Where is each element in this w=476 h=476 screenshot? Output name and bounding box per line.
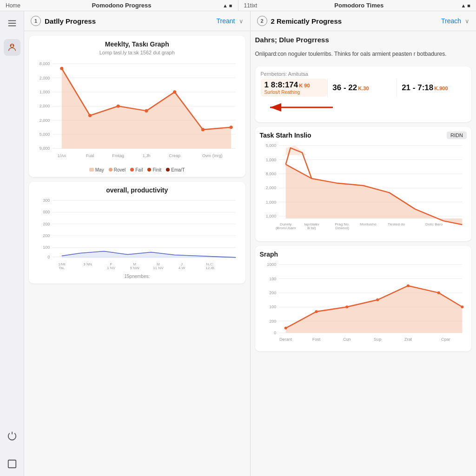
svg-text:4.W: 4.W: [178, 266, 185, 270]
stat-klabel-3: K.900: [434, 86, 448, 91]
svg-text:11 NV: 11 NV: [153, 266, 164, 270]
svg-text:Creap: Creap: [169, 153, 180, 158]
svg-point-102: [376, 298, 379, 301]
left-status-bar: Home Pomodono Progress ▲ ■: [0, 0, 238, 11]
stat-sub-1: Surlos/t Reathing: [264, 90, 324, 95]
svg-text:1,000: 1,000: [40, 90, 50, 94]
svg-text:Derant: Derant: [279, 337, 292, 342]
task-chart-btn[interactable]: RIDN: [447, 132, 467, 139]
left-panel-header: 1 Datlly Progress Treant ∨: [24, 11, 250, 31]
svg-text:Tiested do: Tiested do: [387, 222, 405, 226]
left-circle-num: 1: [31, 16, 41, 26]
stat-item-3: 21 - 7:18 K.900: [397, 81, 466, 94]
svg-text:1/An: 1/An: [57, 153, 66, 158]
square-icon[interactable]: [4, 456, 20, 472]
right-title: Pomodoro Times: [334, 2, 383, 9]
svg-text:3 NN: 3 NN: [83, 262, 92, 266]
svg-text:Cpar: Cpar: [441, 337, 450, 342]
svg-text:5,000: 5,000: [265, 143, 276, 148]
stats-label: Pernbetors: Amitutsa: [261, 71, 466, 77]
productivity-chart-svg: 300 000 200 200 100 0 1/Ml TaL 3 NN F: [33, 196, 241, 271]
sraph-chart-title: Sraph: [260, 251, 467, 258]
svg-point-22: [60, 67, 63, 70]
menu-icon[interactable]: [4, 15, 20, 32]
svg-point-5: [13, 45, 13, 46]
legend-emat: Ema/T: [166, 167, 185, 172]
right-panel-header: 2 2 Remicatly Progress Treach ∨: [251, 11, 476, 31]
svg-point-105: [461, 306, 463, 309]
svg-text:200: 200: [43, 222, 50, 226]
avatar-icon[interactable]: [4, 39, 20, 56]
left-header-action[interactable]: Treant: [217, 17, 235, 25]
svg-text:8,000: 8,000: [40, 61, 50, 66]
svg-text:Fmtag: Fmtag: [112, 153, 124, 158]
svg-text:1,Jh: 1,Jh: [142, 153, 150, 158]
task-chart-card: Task Starh Inslio RIDN 5,000 1,000: [255, 127, 472, 242]
sraph-chart-svg: 1000 100 200 100 200 0: [260, 260, 467, 344]
svg-text:Cun: Cun: [343, 337, 350, 342]
svg-text:200: 200: [43, 233, 50, 238]
right-panel-content: Dahrs; Dlue Progrress Onlipard:con nogul…: [251, 31, 476, 476]
left-chevron-icon[interactable]: ∨: [239, 18, 244, 25]
sidebar: [0, 11, 24, 476]
svg-text:TaL: TaL: [59, 266, 65, 270]
svg-text:200: 200: [269, 291, 276, 295]
svg-point-99: [284, 327, 287, 330]
legend-fail: Fail: [130, 167, 143, 172]
stat-item-1: 1 8:8:174 K 90 Surlos/t Reathing: [261, 79, 328, 97]
svg-point-104: [437, 291, 440, 294]
left-title: Pomodono Progress: [92, 2, 152, 9]
weekly-chart-svg: 8,000 2,000 1,000 2,000 2,000 5,000 9,00…: [33, 59, 241, 163]
svg-text:Fost: Fost: [312, 337, 320, 342]
arrow-annotation: [261, 99, 466, 116]
stat-value-3: 21 - 7:18: [402, 83, 433, 93]
svg-point-100: [315, 311, 317, 313]
svg-marker-21: [62, 68, 231, 148]
stat-main-1: 1 8:8:174 K 90: [264, 80, 324, 90]
stats-row: 1 8:8:174 K 90 Surlos/t Reathing 36 - 22…: [261, 79, 466, 97]
svg-text:B fal): B fal): [307, 226, 316, 230]
stat-main-3: 21 - 7:18 K.900: [402, 83, 461, 93]
svg-point-4: [10, 45, 11, 46]
svg-text:100: 100: [43, 245, 50, 250]
stat-item-2: 36 - 22 K.30: [328, 81, 397, 94]
weekly-chart-legend: May Rovel Fail Finit: [33, 167, 241, 172]
stats-card: Pernbetors: Amitutsa 1 8:8:174 K 90 Surl…: [255, 66, 472, 122]
weekly-chart-card: Meeklty, Taskı Graph Lomp tasl.ly ta:sk …: [29, 36, 245, 177]
main-container: 1 Datlly Progress Treant ∨ Meeklty, Task…: [0, 11, 476, 476]
task-chart-title: Task Starh Inslio: [260, 132, 311, 139]
stat-klabel-1: K 90: [299, 83, 310, 88]
right-header-title: 2 Remicatly Progress: [271, 17, 437, 25]
power-icon[interactable]: [4, 428, 20, 444]
svg-text:1,000: 1,000: [265, 157, 276, 162]
svg-point-103: [406, 284, 409, 287]
svg-rect-6: [8, 460, 16, 468]
weekly-chart-title: Meeklty, Taskı Graph: [33, 40, 241, 48]
svg-text:000: 000: [43, 210, 50, 214]
svg-text:300: 300: [43, 198, 50, 203]
productivity-bottom-label: 15pnembes:: [33, 274, 241, 279]
right-header-action[interactable]: Treach: [441, 17, 461, 25]
svg-text:2,000: 2,000: [40, 104, 50, 108]
svg-text:5,000: 5,000: [40, 132, 50, 137]
svg-text:Zrat: Zrat: [404, 337, 412, 342]
svg-text:0: 0: [274, 331, 276, 335]
right-circle-num: 2: [257, 16, 267, 26]
left-home-label: Home: [6, 2, 20, 9]
left-header-title: Datlly Progress: [45, 17, 213, 25]
right-time-label: 11tixt: [244, 2, 258, 9]
svg-text:Sup: Sup: [374, 337, 381, 342]
svg-text:1,000: 1,000: [265, 214, 276, 218]
panels-container: 1 Datlly Progress Treant ∨ Meeklty, Task…: [24, 11, 476, 476]
svg-text:100: 100: [269, 305, 276, 310]
right-chevron-icon[interactable]: ∨: [465, 18, 469, 25]
svg-point-26: [173, 90, 176, 93]
svg-point-27: [201, 128, 205, 131]
productivity-chart-card: overall, productivity 300 000 200 200: [29, 182, 245, 284]
weekly-chart-subtitle: Lomp tasl.ly ta:sk 1562 dut graph: [33, 50, 241, 55]
stat-klabel-2: K.30: [358, 86, 369, 91]
right-status-icons: ▲ ■: [461, 3, 470, 8]
svg-text:0: 0: [47, 254, 50, 259]
svg-text:9 NW: 9 NW: [130, 266, 140, 270]
svg-text:2,000: 2,000: [40, 76, 50, 80]
